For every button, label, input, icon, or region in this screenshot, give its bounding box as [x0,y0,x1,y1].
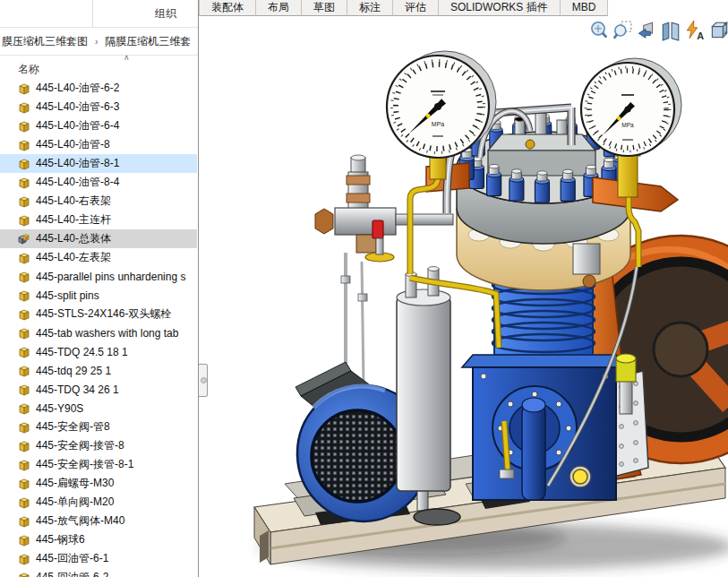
head-center-block[interactable] [488,113,595,176]
list-item[interactable]: 445-L40-油管-8-4 [0,173,197,192]
file-name: 445-L40-油管-8 [36,137,110,152]
commandmanager-tab[interactable]: 评估 [393,0,439,16]
file-name: 445-L40-总装体 [36,231,111,246]
part-icon [17,383,30,396]
list-item[interactable]: 445-L40-油管-8 [0,135,197,154]
splitter-dot [201,377,207,383]
svg-text:MPa: MPa [621,122,634,128]
commandmanager-tabbar: 装配体布局草图标注评估SOLIDWORKS 插件MBD [199,0,608,16]
part-icon [17,421,30,434]
list-item[interactable]: 445-放气阀体-M40 [0,512,197,530]
list-item[interactable]: 445-L40-主连杆 [0,211,197,229]
list-item[interactable]: 445-L40-油管-6-4 [0,116,197,135]
list-item[interactable]: 445-tab washers with long tab [0,323,197,342]
list-item[interactable]: 445-单向阀-M20 [0,493,197,512]
list-item[interactable]: 445-L40-油管-8-1 [0,154,197,173]
file-explorer-window: 组织 膜压缩机三维套图 › 隔膜压缩机三维套 名称 ∧ 445-L40-油管-6… [0,0,199,577]
previous-view-icon[interactable] [636,20,657,41]
list-item[interactable]: 445-L40-右表架 [0,192,197,211]
file-name: 445-L40-油管-6-4 [36,118,119,133]
list-item[interactable]: 445-L40-油管-6-2 [0,79,197,98]
svg-text:A: A [697,30,704,41]
list-item[interactable]: 445-回油管-6-1 [0,549,197,568]
crankcase[interactable] [462,355,627,500]
file-name: 445-parallel pins unhardening s [36,271,185,283]
commandmanager-tab[interactable]: 布局 [256,0,302,16]
view-orientation-icon[interactable] [708,20,728,41]
breadcrumb-chevron-icon: › [90,37,103,47]
part-icon [17,459,30,471]
file-list: 445-L40-油管-6-2445-L40-油管-6-3445-L40-油管-6… [0,79,197,577]
toolbar-separator [92,0,93,27]
panel-splitter-handle[interactable] [198,364,208,397]
commandmanager-tab[interactable]: MBD [561,0,609,16]
list-item[interactable]: 445-tdq 29 25 1 [0,361,197,380]
list-item[interactable]: 445-L40-左表架 [0,248,197,267]
file-name: 445-Y90S [36,402,83,415]
section-view-icon[interactable] [660,20,681,41]
list-item[interactable]: 445-STLS-24X146-双头螺栓 [0,305,197,323]
part-icon [17,440,30,452]
part-icon [17,308,30,321]
part-icon [17,252,30,264]
head-stud-nut[interactable] [487,164,501,195]
list-item[interactable]: 445-L40-油管-6-3 [0,98,197,116]
file-name: 445-L40-油管-6-3 [36,99,119,115]
file-name: 445-扁螺母-M30 [36,476,114,491]
file-name: 445-L40-右表架 [36,194,111,209]
part-icon [17,289,30,302]
zoom-to-fit-icon[interactable] [587,20,609,41]
part-icon [17,365,30,377]
list-item[interactable]: 445-parallel pins unhardening s [0,267,197,286]
list-item[interactable]: 445-安全阀-接管-8 [0,436,197,455]
part-icon [17,496,30,509]
organize-button[interactable]: 组织 [155,6,176,22]
commandmanager-tab[interactable]: 草图 [302,0,347,16]
list-item[interactable]: 445-L40-总装体 [0,229,197,248]
name-column-header[interactable]: 名称 [18,62,39,77]
part-icon [17,534,30,547]
file-name: 445-安全阀-管8 [36,419,110,435]
file-name: 445-安全阀-接管-8-1 [36,457,133,472]
part-icon [17,214,30,227]
part-icon [17,271,30,283]
list-item[interactable]: 445-回油管-6-2 [0,568,197,577]
part-icon [17,515,30,528]
head-stud-nut[interactable] [561,169,575,201]
head-stud-nut[interactable] [510,169,524,201]
file-name: 445-L40-油管-8-1 [36,156,119,171]
commandmanager-tab[interactable]: SOLIDWORKS 插件 [439,0,561,16]
oil-pump-pillar[interactable] [522,398,545,500]
zoom-to-area-icon[interactable] [612,20,633,41]
solidworks-window: MPa MPa 装配体布局草图标注评估SOLIDWORKS [0,0,728,577]
sight-glass[interactable] [570,466,591,487]
list-item[interactable]: 445-钢球6 [0,530,197,549]
list-item[interactable]: 445-TDQ 24.5 18 1 [0,342,197,361]
part-icon [17,327,30,340]
assembly-icon [17,233,30,245]
file-name: 445-安全阀-接管-8 [36,438,124,453]
list-item[interactable]: 445-Y90S [0,399,197,418]
part-icon [17,346,30,358]
list-item[interactable]: 445-安全阀-管8 [0,418,197,436]
list-item[interactable]: 445-TDQ 34 26 1 [0,380,197,399]
list-item[interactable]: 445-split pins [0,286,197,305]
list-item[interactable]: 445-安全阀-接管-8-1 [0,455,197,474]
part-icon [17,572,30,577]
list-item[interactable]: 445-扁螺母-M30 [0,474,197,493]
breadcrumb-current[interactable]: 隔膜压缩机三维套 [103,34,193,49]
commandmanager-tab[interactable]: 标注 [347,0,393,16]
part-icon [17,139,30,151]
commandmanager-tab[interactable]: 装配体 [199,0,256,16]
accumulator-tank[interactable] [397,267,460,526]
file-name: 445-回油管-6-2 [36,570,108,577]
part-icon [17,195,30,208]
file-name: 445-tdq 29 25 1 [36,365,111,377]
file-name: 445-回油管-6-1 [36,551,108,566]
explorer-toolbar: 组织 [0,0,198,28]
head-stud-nut[interactable] [535,171,549,202]
dynamic-annotation-views-icon[interactable]: A [684,20,706,41]
breadcrumb-parent[interactable]: 膜压缩机三维套图 [0,34,90,49]
file-name: 445-L40-左表架 [36,250,111,265]
breadcrumb: 膜压缩机三维套图 › 隔膜压缩机三维套 [0,28,198,56]
